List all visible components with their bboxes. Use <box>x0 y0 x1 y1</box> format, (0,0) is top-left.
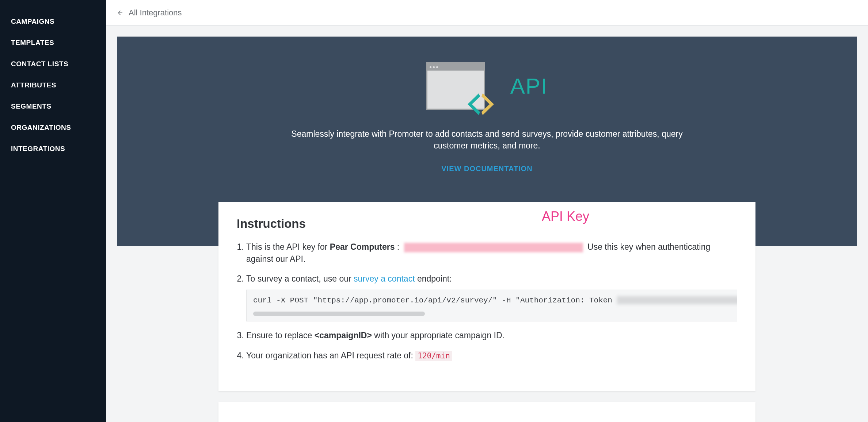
instructions-list: This is the API key for Pear Computers :… <box>237 241 737 361</box>
breadcrumb-bar: All Integrations <box>106 0 868 26</box>
step3-prefix: Ensure to replace <box>246 331 315 340</box>
api-key-annotation: API Key <box>542 209 589 224</box>
browser-window-icon <box>426 62 485 110</box>
next-card <box>218 402 755 422</box>
step1-colon: : <box>395 242 399 252</box>
instructions-card: API Key Instructions This is the API key… <box>218 202 755 391</box>
hero-icon-row: API <box>231 62 743 110</box>
arrow-left-icon[interactable] <box>117 10 123 16</box>
instruction-step-4: Your organization has an API request rat… <box>246 350 737 361</box>
sidebar-item-integrations[interactable]: INTEGRATIONS <box>0 138 106 159</box>
view-documentation-link[interactable]: VIEW DOCUMENTATION <box>441 165 532 173</box>
hero-title: API <box>510 74 548 99</box>
sidebar-item-organizations[interactable]: ORGANIZATIONS <box>0 117 106 138</box>
api-key-redacted <box>404 243 583 252</box>
code-block[interactable]: curl -X POST "https://app.promoter.io/ap… <box>246 290 737 321</box>
horizontal-scrollbar[interactable] <box>253 312 425 316</box>
svg-marker-1 <box>468 93 480 115</box>
hero-description: Seamlessly integrate with Promoter to ad… <box>290 128 684 151</box>
step1-prefix: This is the API key for <box>246 242 330 252</box>
instruction-step-3: Ensure to replace <campaignID> with your… <box>246 329 737 341</box>
breadcrumb-link[interactable]: All Integrations <box>129 8 182 18</box>
campaign-id-tag: <campaignID> <box>315 331 372 340</box>
sidebar-item-segments[interactable]: SEGMENTS <box>0 96 106 117</box>
survey-contact-link[interactable]: survey a contact <box>354 274 415 283</box>
main: All Integrations API Seam <box>106 0 868 422</box>
svg-marker-2 <box>481 93 494 115</box>
sidebar: CAMPAIGNS TEMPLATES CONTACT LISTS ATTRIB… <box>0 0 106 422</box>
sidebar-item-templates[interactable]: TEMPLATES <box>0 32 106 53</box>
token-redacted <box>617 296 737 304</box>
sidebar-item-contact-lists[interactable]: CONTACT LISTS <box>0 53 106 75</box>
step2-prefix: To survey a contact, use our <box>246 274 354 283</box>
content-area: API Seamlessly integrate with Promoter t… <box>106 26 868 422</box>
instructions-heading: Instructions <box>237 217 737 231</box>
step3-suffix: with your appropriate campaign ID. <box>372 331 505 340</box>
instruction-step-1: This is the API key for Pear Computers :… <box>246 241 737 264</box>
rate-limit-value: 120/min <box>415 351 452 361</box>
step4-prefix: Your organization has an API request rat… <box>246 351 415 360</box>
instruction-step-2: To survey a contact, use our survey a co… <box>246 273 737 322</box>
code-brackets-icon <box>462 93 499 115</box>
curl-command-text: curl -X POST "https://app.promoter.io/ap… <box>253 296 617 305</box>
sidebar-item-attributes[interactable]: ATTRIBUTES <box>0 75 106 96</box>
org-name: Pear Computers <box>330 242 395 252</box>
sidebar-item-campaigns[interactable]: CAMPAIGNS <box>0 11 106 32</box>
step2-suffix: endpoint: <box>415 274 452 283</box>
